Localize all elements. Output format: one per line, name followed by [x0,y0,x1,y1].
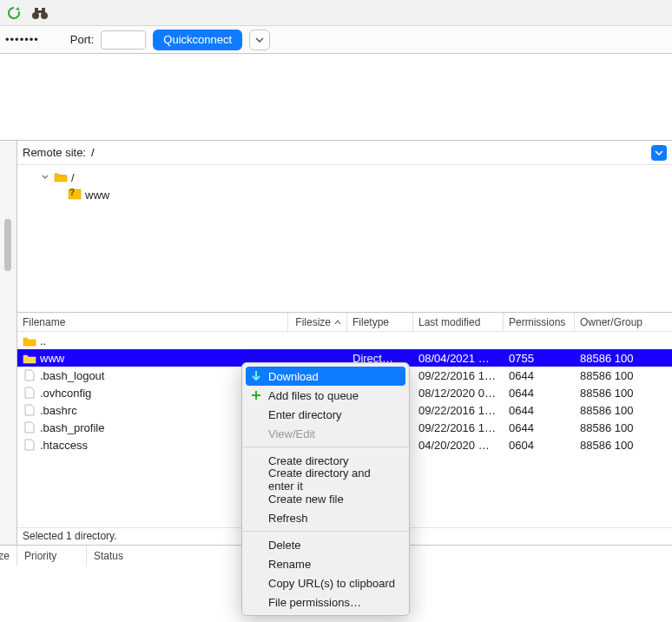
svg-rect-3 [42,8,45,13]
file-name: .bash_logout [40,369,104,382]
file-permissions: 0644 [504,404,575,417]
menu-create-directory-enter[interactable]: Create directory and enter it [242,470,409,489]
add-queue-icon [249,388,263,402]
file-modified: 09/22/2016 1… [413,404,504,417]
file-permissions: 0755 [504,352,575,365]
file-name: .bashrc [40,404,77,417]
file-owner: 88586 100 [575,421,655,434]
menu-rename[interactable]: Rename [242,554,409,573]
file-icon [23,404,36,416]
file-owner: 88586 100 [575,352,655,365]
message-log [0,54,672,141]
queue-col-priority[interactable]: Priority [17,546,87,566]
scrollbar-thumb[interactable] [4,219,11,271]
folder-icon [54,171,68,183]
file-modified: 08/12/2020 0… [413,387,504,400]
disclosure-triangle-icon[interactable] [40,174,50,181]
menu-delete[interactable]: Delete [242,535,409,554]
tree-node-label: / [71,171,75,184]
menu-add-to-queue[interactable]: Add files to queue [242,386,409,405]
menu-download[interactable]: Download [246,367,405,386]
svg-rect-2 [35,8,38,13]
context-menu: Download Add files to queue Enter direct… [241,362,410,616]
menu-separator [242,447,409,447]
file-modified: 04/20/2020 … [413,439,504,452]
list-header[interactable]: Filename Filesize Filetype Last modified… [17,313,672,332]
quickconnect-history-dropdown[interactable] [249,30,270,50]
file-owner: 88586 100 [575,439,655,452]
download-arrow-icon [249,369,263,383]
svg-point-1 [41,12,48,19]
refresh-icon[interactable] [5,4,23,22]
port-input[interactable] [101,30,146,50]
folder-unknown-icon: ? [68,189,82,201]
col-filetype[interactable]: Filetype [347,313,413,331]
file-permissions: 0644 [504,369,575,382]
file-icon [23,439,36,451]
file-modified: 09/22/2016 1… [413,369,504,382]
col-filename[interactable]: Filename [17,313,288,331]
menu-separator [242,531,409,532]
menu-create-new-file[interactable]: Create new file [242,489,409,508]
menu-enter-directory[interactable]: Enter directory [242,405,409,424]
tree-node-label: www [85,189,109,202]
file-name: .ovhconfig [40,387,91,400]
file-permissions: 0604 [504,439,575,452]
remote-site-dropdown[interactable] [651,145,667,161]
icon-toolbar [0,0,672,26]
sort-asc-icon [334,316,341,328]
remote-tree[interactable]: / ? www [17,165,672,313]
svg-rect-4 [38,10,42,13]
file-owner: 88586 100 [575,387,655,400]
file-row[interactable]: .. [17,332,672,349]
file-permissions: 0644 [504,421,575,434]
folder-icon [23,352,36,364]
file-permissions: 0644 [504,387,575,400]
menu-file-permissions[interactable]: File permissions… [242,592,409,612]
queue-col-status[interactable]: Status [87,546,130,566]
svg-point-0 [32,12,39,19]
password-field-masked[interactable]: ••••••• [5,33,39,46]
col-filesize[interactable]: Filesize [288,313,347,331]
folder-icon [23,334,36,347]
file-name: www [40,352,64,365]
file-icon [23,369,36,381]
file-icon [23,387,36,399]
remote-site-label: Remote site: [23,146,86,159]
menu-refresh[interactable]: Refresh [242,508,409,527]
file-owner: 88586 100 [575,369,655,382]
binoculars-icon[interactable] [31,4,49,22]
col-ownergroup[interactable]: Owner/Group [575,316,655,328]
file-modified: 09/22/2016 1… [413,421,504,434]
tree-root-node[interactable]: / [23,169,667,186]
file-owner: 88586 100 [575,404,655,417]
file-name: .. [40,334,46,347]
remote-site-path-input[interactable] [91,143,646,162]
local-pane-collapsed [0,141,17,545]
file-name: .bash_profile [40,421,104,434]
quickconnect-bar: ••••••• Port: Quickconnect [0,26,672,54]
file-name: .htaccess [40,439,88,452]
col-lastmodified[interactable]: Last modified [413,313,504,331]
quickconnect-button[interactable]: Quickconnect [153,30,242,50]
queue-col-size[interactable]: ize [0,546,17,566]
menu-view-edit: View/Edit [242,424,409,443]
col-permissions[interactable]: Permissions [504,313,575,331]
file-modified: 08/04/2021 … [413,352,504,365]
tree-child-node[interactable]: ? www [23,186,667,203]
port-label: Port: [70,33,94,46]
file-icon [23,421,36,433]
menu-copy-urls[interactable]: Copy URL(s) to clipboard [242,573,409,592]
